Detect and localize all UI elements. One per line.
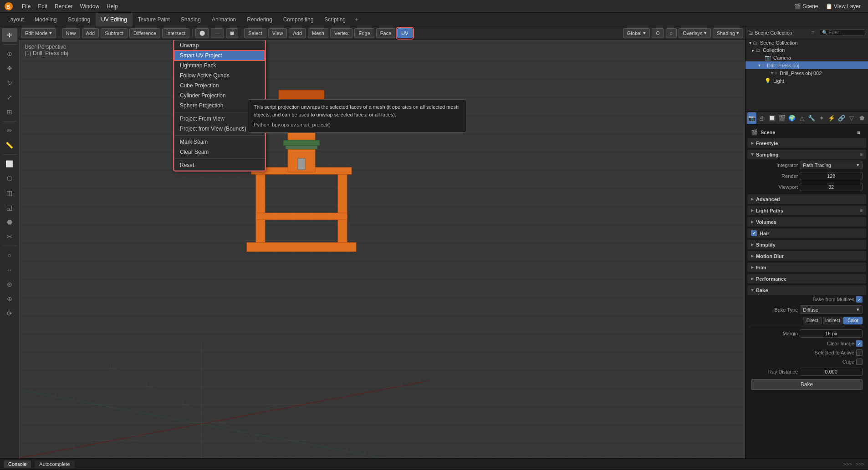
prop-icon-material[interactable]: ⬟	[857, 112, 866, 124]
tab-shading[interactable]: Shading	[175, 13, 206, 26]
bake-header[interactable]: ▾ Bake	[747, 285, 866, 295]
menu-edit[interactable]: Edit	[34, 1, 51, 12]
uv-menu-unwrap[interactable]: Unwrap	[174, 40, 265, 51]
tool-rotate[interactable]: ↻	[2, 76, 17, 90]
tool-spin[interactable]: ⟳	[2, 307, 17, 320]
scene-selector[interactable]: 🎬 Scene	[791, 1, 822, 12]
uv-menu-lightmap-pack[interactable]: Lightmap Pack	[174, 61, 265, 71]
sampling-menu-icon[interactable]: ≡	[860, 152, 863, 157]
outliner-drill-press[interactable]: ▾ ▿ Drill_Press.obj	[745, 61, 868, 69]
bake-color-btn[interactable]: Color	[843, 317, 863, 324]
prop-icon-constraints[interactable]: 🔗	[837, 112, 846, 124]
tool-add-cube[interactable]: ⬜	[2, 157, 17, 171]
prop-icon-physics[interactable]: ⚡	[827, 112, 836, 124]
bake-from-multires-checkbox[interactable]: ✓	[856, 296, 863, 303]
prop-icon-modifier[interactable]: 🔧	[807, 112, 817, 124]
render-value[interactable]: 128	[800, 172, 863, 180]
prop-icon-view-layer[interactable]: 🔲	[767, 112, 776, 124]
bake-type-dropdown[interactable]: Diffuse ▾	[800, 305, 863, 314]
viewport-value[interactable]: 32	[800, 183, 863, 191]
menu-window[interactable]: Window	[76, 1, 103, 12]
global-dropdown[interactable]: Global ▾	[623, 28, 650, 38]
btn-add[interactable]: Add	[82, 28, 99, 38]
btn-subtract[interactable]: Subtract	[101, 28, 128, 38]
menu-vertex[interactable]: Vertex	[330, 28, 352, 38]
tool-loop-cut[interactable]: ⬣	[2, 215, 17, 229]
uv-menu-clear-seam[interactable]: Clear Seam	[174, 147, 265, 157]
tool-extrude[interactable]: ⬡	[2, 172, 17, 185]
bake-direct-btn[interactable]: Direct	[803, 317, 822, 324]
btn-new[interactable]: New	[62, 28, 80, 38]
tool-measure[interactable]: 📏	[2, 138, 17, 152]
outliner-filter-icon[interactable]: ≡	[808, 28, 818, 38]
menu-select[interactable]: Select	[244, 28, 266, 38]
outliner-collection[interactable]: ▸ 🗂 Collection	[745, 46, 868, 54]
tool-push-pull[interactable]: ⊕	[2, 292, 17, 306]
outliner-drill-press-002[interactable]: ▿ ▿ Drill_Press.obj 002	[745, 69, 868, 77]
tool-bevel[interactable]: ◱	[2, 201, 17, 214]
prop-icon-world[interactable]: 🌍	[787, 112, 797, 124]
tool-knife[interactable]: ✂	[2, 230, 17, 243]
light-paths-header[interactable]: ▸ Light Paths ≡	[747, 206, 866, 215]
tab-modeling[interactable]: Modeling	[29, 13, 62, 26]
btn-difference[interactable]: Difference	[129, 28, 160, 38]
uv-menu-reset[interactable]: Reset	[174, 160, 265, 170]
selected-to-active-checkbox[interactable]	[856, 349, 863, 356]
overlays-btn[interactable]: Overlays ▾	[679, 28, 710, 38]
volumes-header[interactable]: ▸ Volumes	[747, 217, 866, 227]
uv-menu-mark-seam[interactable]: Mark Seam	[174, 137, 265, 147]
prop-icon-particles[interactable]: ✦	[817, 112, 826, 124]
prop-icon-data[interactable]: ▽	[847, 112, 856, 124]
menu-mesh[interactable]: Mesh	[308, 28, 328, 38]
tool-move[interactable]: ✥	[2, 61, 17, 75]
tab-animation[interactable]: Animation	[206, 13, 241, 26]
tool-cursor[interactable]: ⊕	[2, 47, 17, 61]
menu-view[interactable]: View	[268, 28, 287, 38]
tab-sculpting[interactable]: Sculpting	[62, 13, 96, 26]
view-layer-selector[interactable]: 📋 View Layer	[822, 1, 864, 12]
outliner-scene-collection[interactable]: ▾ 🗂 Scene Collection	[745, 39, 868, 46]
tab-rendering[interactable]: Rendering	[241, 13, 277, 26]
btn-intersect[interactable]: Intersect	[162, 28, 189, 38]
tool-scale[interactable]: ⤢	[2, 91, 17, 104]
prop-icon-render[interactable]: 📷	[747, 112, 756, 124]
margin-value[interactable]: 16 px	[800, 329, 863, 338]
clear-image-checkbox[interactable]: ✓	[856, 340, 863, 347]
tab-compositing[interactable]: Compositing	[278, 13, 319, 26]
tool-transform[interactable]: ⊞	[2, 105, 17, 119]
tool-edge-slide[interactable]: ↔	[2, 263, 17, 277]
uv-menu-cube-projection[interactable]: Cube Projection	[174, 81, 265, 91]
freestyle-header[interactable]: ▸ Freestyle	[747, 138, 866, 148]
console-tab-autocomplete[interactable]: Autocomplete	[35, 460, 74, 468]
menu-render[interactable]: Render	[51, 1, 76, 12]
menu-edge[interactable]: Edge	[354, 28, 374, 38]
menu-add-mesh[interactable]: Add	[289, 28, 306, 38]
outliner-light[interactable]: 💡 Light	[745, 77, 868, 85]
bake-indirect-btn[interactable]: Indirect	[823, 317, 842, 324]
tool-inset[interactable]: ◫	[2, 186, 17, 200]
face-select-mode[interactable]: ◼	[226, 28, 238, 38]
hair-checkbox[interactable]: ✓	[751, 230, 757, 236]
tab-add-button[interactable]: +	[351, 14, 362, 25]
prop-icon-output[interactable]: 🖨	[757, 112, 766, 124]
tool-select-cursor[interactable]: ✛	[2, 28, 17, 42]
console-tab-console[interactable]: Console	[4, 460, 31, 468]
tab-uv-editing[interactable]: UV Editing	[96, 13, 133, 26]
advanced-header[interactable]: ▸ Advanced	[747, 194, 866, 204]
film-header[interactable]: ▸ Film	[747, 263, 866, 272]
tab-scripting[interactable]: Scripting	[319, 13, 351, 26]
edit-mode-dropdown[interactable]: Edit Mode ▾	[21, 28, 56, 38]
prop-icon-scene[interactable]: 🎬	[777, 112, 786, 124]
snapping-toggle[interactable]: ⊙	[652, 28, 664, 38]
shading-btn[interactable]: Shading ▾	[713, 28, 743, 38]
ray-distance-value[interactable]: 0.000	[800, 368, 863, 376]
outliner-camera[interactable]: 📷 Camera	[745, 54, 868, 61]
hair-header[interactable]: ✓ Hair	[747, 228, 866, 238]
outliner-search-box[interactable]: 🔍 Filter...	[820, 29, 865, 36]
motion-blur-header[interactable]: ▸ Motion Blur	[747, 251, 866, 261]
tab-layout[interactable]: Layout	[2, 13, 29, 26]
prop-icon-object[interactable]: △	[797, 112, 807, 124]
viewport-3d[interactable]: User Perspective (1) Drill_Press.obj	[19, 40, 745, 458]
menu-face[interactable]: Face	[376, 28, 395, 38]
integrator-dropdown[interactable]: Path Tracing ▾	[800, 161, 863, 169]
